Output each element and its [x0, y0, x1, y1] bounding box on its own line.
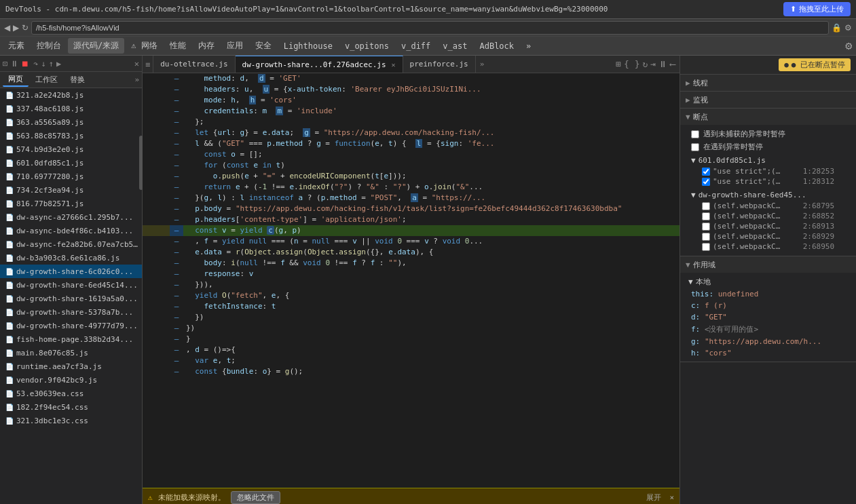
- file-item-dw-async-bd[interactable]: 📄 dw-async-bde4f86c.b4103...: [0, 224, 142, 237]
- sidebar-stop-icon[interactable]: ⏹: [21, 59, 29, 69]
- menu-performance[interactable]: 性能: [164, 38, 191, 54]
- file-item-dw-growth-6c[interactable]: 📄 dw-growth-share-6c026c0...: [0, 265, 142, 278]
- editor-step-icon[interactable]: ⇥: [650, 59, 656, 69]
- sidebar-step-over-icon[interactable]: ↷: [33, 59, 38, 69]
- file-item-dw-growth-16[interactable]: 📄 dw-growth-share-1619a5a0...: [0, 292, 142, 305]
- sidebar-collapse-icon[interactable]: ⊡: [3, 59, 7, 69]
- bp-file-dw-growth-header[interactable]: ▼ dw-growth-share-6ed45...: [688, 189, 848, 201]
- sidebar-tab-override[interactable]: 替换: [64, 73, 90, 86]
- back-button[interactable]: ◀: [4, 23, 10, 33]
- sidebar-tab-more[interactable]: »: [134, 75, 139, 84]
- file-item-321css[interactable]: 📄 321.3dbc1e3c.css: [0, 414, 142, 427]
- expand-button[interactable]: 展开: [646, 492, 661, 503]
- menu-vast[interactable]: v_ast: [437, 39, 472, 53]
- tab-du-oteltrace[interactable]: du-oteltrace.js: [153, 56, 235, 73]
- menu-more[interactable]: »: [521, 39, 536, 53]
- editor-format-icon[interactable]: { }: [624, 59, 639, 69]
- bp-dw-1-checkbox[interactable]: [702, 202, 710, 210]
- editor-pause-icon[interactable]: ⏸: [658, 59, 667, 69]
- file-item-dw-growth-49[interactable]: 📄 dw-growth-share-49777d79...: [0, 319, 142, 332]
- code-editor[interactable]: – method: d, d = 'GET' – headers: u, u =…: [143, 73, 680, 488]
- url-input[interactable]: [31, 21, 829, 35]
- threads-section-header[interactable]: ▶ 线程: [680, 75, 856, 91]
- file-item-dw-growth-53[interactable]: 📄 dw-growth-share-5378a7b...: [0, 305, 142, 319]
- tab-dw-growth-share[interactable]: dw-growth-share...0f.276adcec.js ✕: [236, 56, 403, 73]
- tab-preinforce[interactable]: preinforce.js: [403, 56, 476, 73]
- bp-item-dw-5: (self.webpackC… 2:68950: [688, 241, 848, 252]
- menu-vdiff[interactable]: v_diff: [396, 39, 436, 53]
- warning-close-button[interactable]: ×: [669, 493, 674, 502]
- code-line: – let {url: g} = e.data; g = "https://ap…: [143, 128, 680, 138]
- file-item-fish-home[interactable]: 📄 fish-home-page.338b2d34...: [0, 332, 142, 346]
- file-item-337[interactable]: 📄 337.48ac6108.js: [0, 102, 142, 115]
- menu-sources[interactable]: 源代码/来源: [68, 38, 124, 54]
- file-item-main[interactable]: 📄 main.8e076c85.js: [0, 346, 142, 360]
- file-item-vendor[interactable]: 📄 vendor.9f042bc9.js: [0, 373, 142, 387]
- scope-local-header[interactable]: ▼ 本地: [686, 275, 851, 288]
- bp-dw-5-checkbox[interactable]: [702, 243, 710, 251]
- sidebar-step-out-icon[interactable]: ↑: [49, 59, 54, 69]
- file-icon: 📄: [5, 119, 14, 126]
- file-list: 📄 321.a2e242b8.js 📄 337.48ac6108.js 📄 36…: [0, 88, 142, 427]
- menu-network[interactable]: ⚠ 网络: [126, 38, 162, 54]
- file-item-182css[interactable]: 📄 182.2f94ec54.css: [0, 400, 142, 414]
- sidebar-tab-webpage[interactable]: 网页: [3, 73, 29, 87]
- sidebar-pause-icon[interactable]: ⏸: [10, 59, 18, 69]
- menu-elements[interactable]: 元素: [3, 38, 30, 54]
- file-item-734[interactable]: 📄 734.2cf3ea94.js: [0, 183, 142, 197]
- bp-file-601-header[interactable]: ▼ 601.0dfd85c1.js: [688, 155, 848, 166]
- right-panel: ● ● 已在断点暂停 ▶ 线程 ▶ 监视 ▼ 断点: [680, 56, 856, 504]
- menu-console[interactable]: 控制台: [31, 38, 67, 54]
- upload-button[interactable]: ⬆ 拖拽至此上传: [783, 2, 851, 16]
- tab-label: preinforce.js: [410, 60, 468, 69]
- file-item-574[interactable]: 📄 574.b9d3e2e0.js: [0, 142, 142, 156]
- file-icon: 📄: [5, 132, 14, 140]
- settings-icon[interactable]: ⚙: [844, 41, 853, 52]
- sidebar-step-into-icon[interactable]: ↓: [41, 59, 45, 69]
- menu-security[interactable]: 安全: [250, 38, 277, 54]
- bp-uncaught-checkbox[interactable]: [691, 130, 699, 138]
- gear-icon[interactable]: ⚙: [844, 23, 852, 33]
- watch-section-header[interactable]: ▶ 监视: [680, 92, 856, 108]
- menu-adblock[interactable]: AdBlock: [474, 39, 519, 53]
- editor-move-icon[interactable]: ⟵: [670, 59, 675, 69]
- menu-memory[interactable]: 内存: [193, 38, 220, 54]
- scope-section-header[interactable]: ▼ 作用域: [680, 256, 856, 273]
- forward-button[interactable]: ▶: [13, 23, 19, 33]
- file-item-710[interactable]: 📄 710.69777280.js: [0, 170, 142, 183]
- menu-voptions[interactable]: v_opitons: [339, 39, 394, 53]
- sidebar-close-icon[interactable]: ✕: [134, 59, 139, 69]
- file-item-563[interactable]: 📄 563.88c85783.js: [0, 129, 142, 142]
- sidebar-tab-workspace[interactable]: 工作区: [30, 73, 63, 86]
- file-item-363[interactable]: 📄 363.a5565a89.js: [0, 115, 142, 129]
- file-icon: 📄: [5, 187, 14, 194]
- menu-application[interactable]: 应用: [221, 38, 248, 54]
- file-item-dw-async-fe[interactable]: 📄 dw-async-fe2a82b6.07ea7cb5...: [0, 237, 142, 251]
- bp-dw-2-checkbox[interactable]: [702, 212, 710, 220]
- bp-601-1-checkbox[interactable]: [702, 168, 710, 176]
- file-item-321a2e[interactable]: 📄 321.a2e242b8.js: [0, 88, 142, 102]
- menu-lighthouse[interactable]: Lighthouse: [278, 39, 338, 53]
- bp-dw-4-checkbox[interactable]: [702, 233, 710, 241]
- file-item-601[interactable]: 📄 601.0dfd85c1.js: [0, 156, 142, 170]
- bp-caught-checkbox[interactable]: [691, 143, 699, 151]
- file-item-816[interactable]: 📄 816.77b82571.js: [0, 197, 142, 210]
- bp-601-2-checkbox[interactable]: [702, 178, 710, 186]
- editor-refresh-icon[interactable]: ↻: [643, 59, 648, 69]
- editor-dock-icon[interactable]: ⊞: [616, 59, 621, 69]
- file-item-53css[interactable]: 📄 53.e30639ea.css: [0, 387, 142, 400]
- bp-dw-3-checkbox[interactable]: [702, 222, 710, 231]
- editor-toolbar-icon[interactable]: ≡: [145, 60, 150, 69]
- reload-button[interactable]: ↻: [22, 23, 29, 33]
- ignore-file-button[interactable]: 忽略此文件: [231, 491, 280, 504]
- editor-tab-more[interactable]: »: [476, 60, 489, 69]
- sidebar-continue-icon[interactable]: ▶: [56, 59, 61, 69]
- file-item-dw-growth-6e[interactable]: 📄 dw-growth-share-6ed45c14...: [0, 278, 142, 292]
- file-item-dw-b3a[interactable]: 📄 dw-b3a903c8.6e61ca86.js: [0, 251, 142, 265]
- breakpoints-section-header[interactable]: ▼ 断点: [680, 109, 856, 125]
- chevron-down-icon: ▼: [691, 191, 696, 199]
- file-item-dw-async-a2[interactable]: 📄 dw-async-a27666c1.295b7...: [0, 210, 142, 224]
- file-item-runtime[interactable]: 📄 runtime.aea7cf3a.js: [0, 360, 142, 373]
- left-sidebar: ⊡ ⏸ ⏹ ↷ ↓ ↑ ▶ ✕ 网页 工作区 替换 » 📄 321.a2e242…: [0, 56, 143, 504]
- tab-close-icon[interactable]: ✕: [392, 61, 396, 69]
